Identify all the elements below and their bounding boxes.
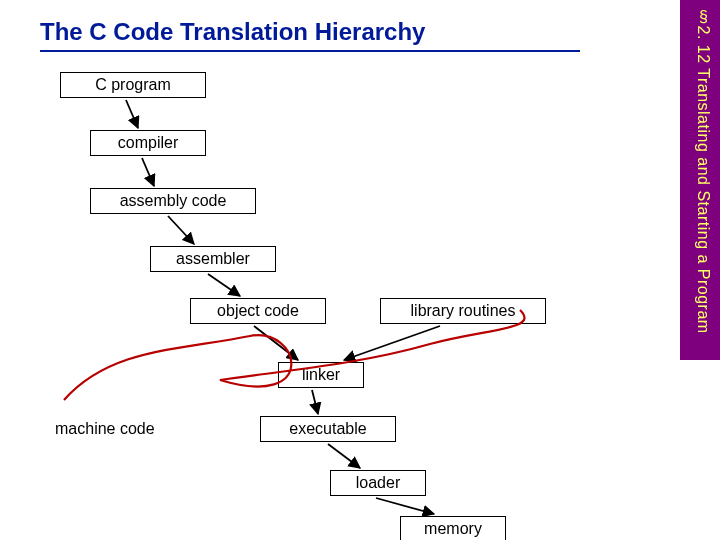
node-object-code: object code <box>190 298 326 324</box>
svg-line-5 <box>344 326 440 360</box>
slide: The C Code Translation Hierarchy §2. 12 … <box>0 0 720 540</box>
node-library-routines: library routines <box>380 298 546 324</box>
svg-line-7 <box>328 444 360 468</box>
node-assembly-code: assembly code <box>90 188 256 214</box>
svg-line-4 <box>254 326 298 360</box>
node-memory: memory <box>400 516 506 540</box>
node-executable: executable <box>260 416 396 442</box>
label-machine-code: machine code <box>55 420 155 438</box>
node-loader: loader <box>330 470 426 496</box>
svg-line-1 <box>142 158 154 186</box>
svg-line-0 <box>126 100 138 128</box>
svg-line-8 <box>376 498 434 514</box>
node-c-program: C program <box>60 72 206 98</box>
page-title: The C Code Translation Hierarchy <box>40 18 425 46</box>
svg-line-3 <box>208 274 240 296</box>
svg-line-6 <box>312 390 318 414</box>
svg-line-2 <box>168 216 194 244</box>
node-compiler: compiler <box>90 130 206 156</box>
node-assembler: assembler <box>150 246 276 272</box>
section-sidebar-label: §2. 12 Translating and Starting a Progra… <box>688 8 712 352</box>
node-linker: linker <box>278 362 364 388</box>
title-underline <box>40 50 580 52</box>
